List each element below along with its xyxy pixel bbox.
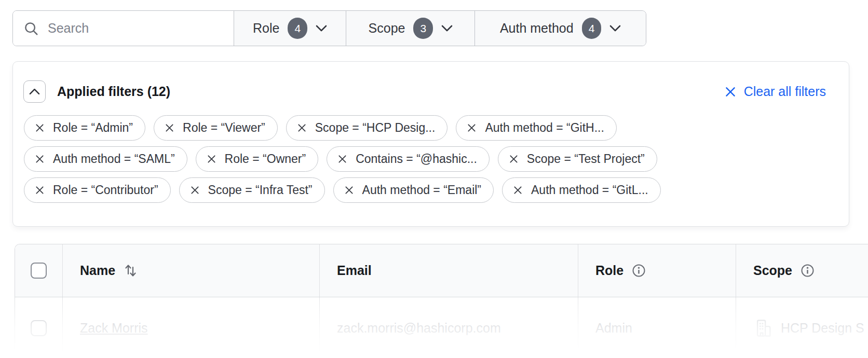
remove-filter-icon[interactable] [206, 154, 217, 164]
role-count-badge: 4 [288, 18, 307, 39]
filter-pill-label: Role = “Owner” [225, 152, 306, 166]
email-column-label: Email [337, 263, 372, 278]
role-dropdown-label: Role [253, 21, 279, 36]
row-email-cell: zack.morris@hashicorp.com [320, 297, 578, 358]
filter-pill-label: Role = “Viewer” [183, 121, 265, 135]
table-row: Zack Morris zack.morris@hashicorp.com Ad… [15, 297, 868, 358]
remove-filter-icon[interactable] [466, 122, 477, 133]
remove-filter-icon[interactable] [337, 154, 348, 164]
pill-row-1: Role = “Admin” Role = “Viewer” Scope = “… [24, 115, 838, 141]
clear-all-filters-button[interactable]: Clear all filters [724, 84, 826, 99]
filter-pill: Scope = “Test Project” [498, 146, 657, 172]
remove-filter-icon[interactable] [344, 185, 355, 196]
filter-bar: Role 4 Scope 3 Auth method 4 [12, 10, 646, 46]
chevron-up-icon [29, 88, 40, 95]
auth-method-dropdown-label: Auth method [500, 21, 574, 36]
search-icon [23, 21, 39, 36]
select-all-checkbox[interactable] [31, 263, 47, 279]
remove-filter-icon[interactable] [296, 122, 307, 133]
filter-pill-label: Auth method = “GitH... [485, 121, 604, 135]
row-scope-cell: HCP Design S [736, 297, 868, 358]
chevron-down-icon [316, 25, 327, 32]
scope-dropdown-label: Scope [369, 21, 405, 36]
filter-pill: Scope = “Infra Test” [179, 177, 325, 203]
role-column-label: Role [595, 263, 623, 278]
filter-pill: Auth method = “GitH... [456, 115, 616, 141]
remove-filter-icon[interactable] [164, 122, 175, 133]
search-box[interactable] [13, 11, 234, 46]
row-name-cell: Zack Morris [63, 297, 320, 358]
filter-pill: Auth method = “SAML” [24, 146, 187, 172]
remove-filter-icon[interactable] [508, 154, 519, 164]
remove-filter-icon[interactable] [34, 122, 45, 133]
filter-pill: Contains = “@hashic... [327, 146, 490, 172]
remove-filter-icon[interactable] [34, 154, 45, 164]
pill-row-2: Auth method = “SAML” Role = “Owner” Cont… [24, 146, 838, 172]
filter-pill-label: Scope = “Infra Test” [208, 183, 313, 197]
filter-pill-label: Role = “Admin” [53, 121, 133, 135]
org-icon [753, 319, 772, 338]
info-icon[interactable] [801, 264, 815, 278]
search-input[interactable] [48, 21, 223, 36]
row-checkbox-cell [15, 297, 63, 358]
role-filter-dropdown[interactable]: Role 4 [234, 11, 347, 46]
remove-filter-icon[interactable] [512, 185, 523, 196]
scope-column-label: Scope [753, 263, 792, 278]
scope-count-badge: 3 [413, 18, 433, 39]
row-role-cell: Admin [578, 297, 736, 358]
row-checkbox[interactable] [31, 320, 47, 336]
users-table: Name Email Role Scope Zack Morris [15, 244, 868, 358]
table-header-row: Name Email Role Scope [15, 244, 868, 297]
filter-pill-label: Auth method = “GitL... [531, 183, 648, 197]
filter-pill: Auth method = “GitL... [502, 177, 661, 203]
filter-pill: Role = “Owner” [196, 146, 319, 172]
pill-row-3: Role = “Contributor” Scope = “Infra Test… [24, 177, 838, 203]
filter-pill-label: Auth method = “Email” [362, 183, 481, 197]
filter-pill-label: Scope = “Test Project” [527, 152, 645, 166]
info-icon[interactable] [632, 264, 646, 278]
filter-pill: Auth method = “Email” [333, 177, 494, 203]
filter-pill: Role = “Admin” [24, 115, 145, 141]
name-column-label: Name [80, 263, 115, 278]
auth-method-filter-dropdown[interactable]: Auth method 4 [475, 11, 646, 46]
filter-pill: Scope = “HCP Desig... [286, 115, 448, 141]
filter-pill-rows: Role = “Admin” Role = “Viewer” Scope = “… [24, 115, 838, 203]
user-role-text: Admin [595, 321, 632, 336]
filter-pill-label: Contains = “@hashic... [356, 152, 477, 166]
applied-filters-header: Applied filters (12) Clear all filters [23, 80, 826, 103]
clear-all-filters-label: Clear all filters [744, 84, 826, 99]
user-name-link[interactable]: Zack Morris [80, 321, 148, 336]
user-scope-text: HCP Design S [781, 321, 864, 336]
close-icon [724, 85, 737, 99]
auth-method-count-badge: 4 [582, 18, 602, 39]
collapse-filters-button[interactable] [23, 80, 46, 103]
user-email-text: zack.morris@hashicorp.com [337, 321, 501, 336]
header-checkbox-cell [15, 244, 63, 297]
filter-pill: Role = “Contributor” [24, 177, 171, 203]
applied-filters-panel: Applied filters (12) Clear all filters R… [12, 61, 849, 227]
applied-filters-title: Applied filters (12) [57, 84, 170, 99]
sort-icon [124, 263, 138, 278]
filter-pill-label: Scope = “HCP Desig... [315, 121, 436, 135]
remove-filter-icon[interactable] [189, 185, 200, 196]
column-header-email: Email [320, 244, 578, 297]
filter-pill: Role = “Viewer” [154, 115, 278, 141]
remove-filter-icon[interactable] [34, 185, 45, 196]
chevron-down-icon [441, 25, 453, 32]
filter-pill-label: Auth method = “SAML” [53, 152, 175, 166]
column-header-name[interactable]: Name [63, 244, 320, 297]
column-header-role: Role [578, 244, 736, 297]
filter-pill-label: Role = “Contributor” [53, 183, 158, 197]
chevron-down-icon [609, 25, 621, 32]
column-header-scope: Scope [736, 244, 868, 297]
scope-filter-dropdown[interactable]: Scope 3 [346, 11, 475, 46]
